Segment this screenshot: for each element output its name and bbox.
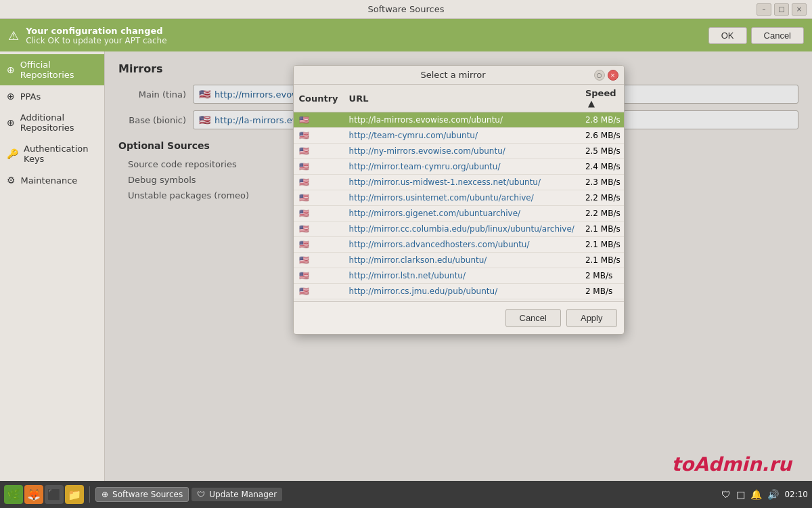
mirror-table-row[interactable]: 🇺🇸 http://mirrors.gigenet.com/ubuntuarch… xyxy=(294,206,624,221)
col-url[interactable]: URL xyxy=(344,85,580,112)
mirror-table-row[interactable]: 🇺🇸 http://mirrors.advancedhosters.com/ub… xyxy=(294,237,624,253)
bell-icon[interactable]: 🔔 xyxy=(750,489,762,500)
sidebar-item-label: Authentication Keys xyxy=(24,144,97,164)
mirror-flag: 🇺🇸 xyxy=(294,284,344,299)
mirror-url: http://mirror.cs.jmu.edu/pub/ubuntu/ xyxy=(344,284,580,299)
network-icon[interactable]: □ xyxy=(736,489,745,500)
taskbar-window-software-sources[interactable]: ⊕ Software Sources xyxy=(95,487,189,502)
mirror-flag: 🇺🇸 xyxy=(294,175,344,190)
taskbar-files[interactable]: 📁 xyxy=(65,485,84,504)
dialog-footer: Cancel Apply xyxy=(294,301,624,334)
mirror-speed: 2.3 MB/s xyxy=(580,175,624,190)
taskbar: 🌿 🦊 ⬛ 📁 ⊕ Software Sources 🛡 Update Mana… xyxy=(0,481,812,508)
mirror-table-row[interactable]: 🇺🇸 http://ny-mirrors.evowise.com/ubuntu/… xyxy=(294,144,624,159)
mirror-table-row[interactable]: 🇺🇸 http://mirrors.usinternet.com/ubuntu/… xyxy=(294,190,624,206)
sidebar-item-label: Maintenance xyxy=(21,175,78,186)
mirror-table-row[interactable]: 🇺🇸 http://mirror.lstn.net/ubuntu/ 2 MB/s xyxy=(294,268,624,284)
taskbar-tray: 🛡 □ 🔔 🔊 02:10 xyxy=(721,489,808,500)
taskbar-terminal[interactable]: ⬛ xyxy=(45,485,64,504)
mirror-table-row[interactable]: 🇺🇸 http://mirror.cc.columbia.edu/pub/lin… xyxy=(294,221,624,237)
notification-sub-text: Click OK to update your APT cache xyxy=(26,36,166,45)
ok-button[interactable]: OK xyxy=(708,27,747,44)
dialog-close-button[interactable]: × xyxy=(608,70,618,81)
main-container: ⊕ Official Repositories ⊕ PPAs ⊕ Additio… xyxy=(0,51,812,481)
mirror-url: http://mirror.clarkson.edu/ubuntu/ xyxy=(344,253,580,268)
mirror-flag: 🇺🇸 xyxy=(294,237,344,253)
mirror-table-row[interactable]: 🇺🇸 http://mirror.team-cymru.org/ubuntu/ … xyxy=(294,159,624,175)
notification-main-text: Your configuration changed xyxy=(26,26,166,36)
ppas-icon: ⊕ xyxy=(7,91,15,102)
taskbar-app-group: 🌿 🦊 ⬛ 📁 xyxy=(4,485,84,504)
auth-keys-icon: 🔑 xyxy=(7,148,18,159)
taskbar-window-label: Software Sources xyxy=(112,490,183,499)
mirror-url: http://mirror.us-midwest-1.nexcess.net/u… xyxy=(344,175,580,190)
sidebar-item-maintenance[interactable]: ⚙ Maintenance xyxy=(0,169,104,191)
mirror-flag: 🇺🇸 xyxy=(294,253,344,268)
col-country[interactable]: Country xyxy=(294,85,344,112)
minimize-button[interactable]: – xyxy=(757,3,771,16)
dialog-title: Select a mirror xyxy=(313,70,594,80)
mirror-speed: 2.1 MB/s xyxy=(580,221,624,237)
mirror-flag: 🇺🇸 xyxy=(294,221,344,237)
sidebar-item-ppas[interactable]: ⊕ PPAs xyxy=(0,85,104,107)
content-area: Mirrors Main (tina) 🇺🇸 http://mirrors.ev… xyxy=(105,51,812,481)
mirror-speed: 2.1 MB/s xyxy=(580,237,624,253)
taskbar-update-icon: 🛡 xyxy=(197,490,205,499)
maximize-button[interactable]: □ xyxy=(774,3,789,16)
dialog-apply-button[interactable]: Apply xyxy=(566,309,617,327)
dialog-restore-button[interactable]: ○ xyxy=(594,70,605,81)
mirror-url: http://mirror.team-cymru.org/ubuntu/ xyxy=(344,159,580,175)
mirror-flag: 🇺🇸 xyxy=(294,268,344,284)
sidebar-item-label: Official Repositories xyxy=(20,60,97,80)
mirror-url: http://ny-mirrors.evowise.com/ubuntu/ xyxy=(344,144,580,159)
mirror-table-row[interactable]: 🇺🇸 http://la-mirrors.evowise.com/ubuntu/… xyxy=(294,112,624,128)
mirror-speed: 2 MB/s xyxy=(580,268,624,284)
sidebar-item-label: Additional Repositories xyxy=(20,112,97,133)
sidebar: ⊕ Official Repositories ⊕ PPAs ⊕ Additio… xyxy=(0,51,105,481)
notification-text: Your configuration changed Click OK to u… xyxy=(26,26,166,45)
notification-icon: ⚠ xyxy=(8,28,19,43)
maintenance-icon: ⚙ xyxy=(7,175,16,186)
taskbar-update-label: Update Manager xyxy=(209,490,277,499)
sidebar-item-official-repositories[interactable]: ⊕ Official Repositories xyxy=(0,54,104,85)
volume-icon[interactable]: 🔊 xyxy=(767,489,779,500)
mirror-table-container[interactable]: Country URL Speed ▲ 🇺🇸 http://la-mirrors… xyxy=(294,85,624,301)
cancel-button[interactable]: Cancel xyxy=(751,27,804,44)
sort-arrow-icon: ▲ xyxy=(588,98,595,108)
close-button[interactable]: × xyxy=(792,3,807,16)
notification-buttons: OK Cancel xyxy=(708,27,804,44)
dialog-titlebar: Select a mirror ○ × xyxy=(294,66,624,85)
taskbar-firefox[interactable]: 🦊 xyxy=(24,485,43,504)
mirror-flag: 🇺🇸 xyxy=(294,144,344,159)
select-mirror-dialog: Select a mirror ○ × Country URL xyxy=(293,65,625,335)
mirror-flag: 🇺🇸 xyxy=(294,190,344,206)
additional-repos-icon: ⊕ xyxy=(7,117,15,128)
mirror-table-row[interactable]: 🇺🇸 http://mirror.clarkson.edu/ubuntu/ 2.… xyxy=(294,253,624,268)
titlebar: Software Sources – □ × xyxy=(0,0,812,19)
taskbar-mint-menu[interactable]: 🌿 xyxy=(4,485,23,504)
col-speed[interactable]: Speed ▲ xyxy=(580,85,624,112)
dialog-overlay: Select a mirror ○ × Country URL xyxy=(105,51,812,481)
mirror-speed: 2.1 MB/s xyxy=(580,253,624,268)
taskbar-time: 02:10 xyxy=(784,490,808,499)
mirror-table-row[interactable]: 🇺🇸 http://mirror.cs.jmu.edu/pub/ubuntu/ … xyxy=(294,284,624,299)
sidebar-item-label: PPAs xyxy=(20,91,41,102)
mirror-flag: 🇺🇸 xyxy=(294,128,344,144)
mirror-speed: 2.8 MB/s xyxy=(580,112,624,128)
shield-tray-icon[interactable]: 🛡 xyxy=(721,489,731,500)
dialog-cancel-button[interactable]: Cancel xyxy=(505,309,561,327)
mirror-speed: 2 MB/s xyxy=(580,284,624,299)
mirror-flag: 🇺🇸 xyxy=(294,159,344,175)
window-title: Software Sources xyxy=(368,4,445,14)
mirror-speed: 2.2 MB/s xyxy=(580,206,624,221)
mirror-url: http://mirror.cc.columbia.edu/pub/linux/… xyxy=(344,221,580,237)
mirror-flag: 🇺🇸 xyxy=(294,112,344,128)
sidebar-item-authentication-keys[interactable]: 🔑 Authentication Keys xyxy=(0,138,104,169)
sidebar-item-additional-repositories[interactable]: ⊕ Additional Repositories xyxy=(0,107,104,138)
mirror-url: http://la-mirrors.evowise.com/ubuntu/ xyxy=(344,112,580,128)
mirror-table-row[interactable]: 🇺🇸 http://mirror.us-midwest-1.nexcess.ne… xyxy=(294,175,624,190)
watermark: toAdmin.ru xyxy=(672,453,792,475)
notification-bar: ⚠ Your configuration changed Click OK to… xyxy=(0,19,812,51)
taskbar-window-update-manager[interactable]: 🛡 Update Manager xyxy=(191,488,282,501)
mirror-table-row[interactable]: 🇺🇸 http://team-cymru.com/ubuntu/ 2.6 MB/… xyxy=(294,128,624,144)
